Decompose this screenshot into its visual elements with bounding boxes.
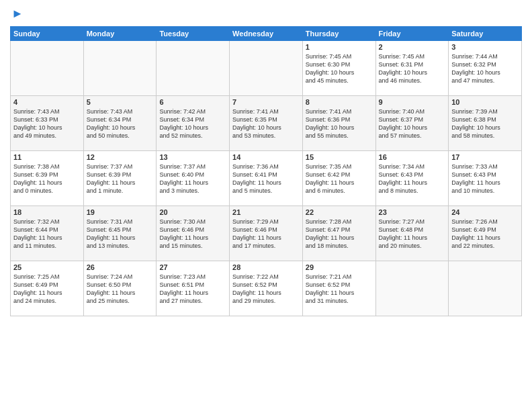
- day-info: Sunrise: 7:33 AM Sunset: 6:43 PM Dayligh…: [451, 163, 519, 195]
- day-number: 13: [159, 153, 226, 161]
- calendar-cell: 18Sunrise: 7:32 AM Sunset: 6:44 PM Dayli…: [11, 206, 84, 261]
- calendar-cell: [230, 41, 303, 96]
- calendar-cell: [11, 41, 84, 96]
- day-info: Sunrise: 7:44 AM Sunset: 6:32 PM Dayligh…: [451, 52, 519, 85]
- day-info: Sunrise: 7:42 AM Sunset: 6:34 PM Dayligh…: [159, 107, 226, 140]
- day-number: 25: [13, 263, 81, 271]
- calendar-cell: 26Sunrise: 7:24 AM Sunset: 6:50 PM Dayli…: [83, 261, 157, 316]
- day-number: 18: [13, 208, 81, 216]
- day-number: 14: [232, 153, 300, 161]
- day-info: Sunrise: 7:36 AM Sunset: 6:41 PM Dayligh…: [232, 163, 300, 195]
- day-info: Sunrise: 7:37 AM Sunset: 6:39 PM Dayligh…: [87, 163, 154, 195]
- day-number: 9: [379, 98, 446, 106]
- header: ►: [10, 7, 522, 21]
- day-number: 12: [87, 153, 154, 161]
- day-info: Sunrise: 7:45 AM Sunset: 6:31 PM Dayligh…: [379, 52, 446, 85]
- day-info: Sunrise: 7:39 AM Sunset: 6:38 PM Dayligh…: [451, 107, 519, 140]
- logo: ►: [10, 7, 24, 21]
- day-number: 7: [232, 98, 300, 106]
- calendar-cell: 12Sunrise: 7:37 AM Sunset: 6:39 PM Dayli…: [83, 151, 157, 206]
- day-info: Sunrise: 7:23 AM Sunset: 6:51 PM Dayligh…: [159, 273, 226, 306]
- calendar-cell: 9Sunrise: 7:40 AM Sunset: 6:37 PM Daylig…: [375, 96, 449, 151]
- day-number: 28: [232, 263, 300, 271]
- day-number: 3: [451, 43, 519, 51]
- week-row-5: 25Sunrise: 7:25 AM Sunset: 6:49 PM Dayli…: [11, 261, 522, 316]
- calendar-cell: 24Sunrise: 7:26 AM Sunset: 6:49 PM Dayli…: [449, 206, 522, 261]
- calendar-cell: 23Sunrise: 7:27 AM Sunset: 6:48 PM Dayli…: [375, 206, 449, 261]
- calendar-cell: 25Sunrise: 7:25 AM Sunset: 6:49 PM Dayli…: [11, 261, 84, 316]
- calendar-cell: 21Sunrise: 7:29 AM Sunset: 6:46 PM Dayli…: [230, 206, 303, 261]
- calendar-cell: [449, 261, 522, 316]
- calendar-cell: 13Sunrise: 7:37 AM Sunset: 6:40 PM Dayli…: [157, 151, 230, 206]
- day-number: 5: [87, 98, 154, 106]
- day-info: Sunrise: 7:32 AM Sunset: 6:44 PM Dayligh…: [13, 218, 81, 250]
- calendar-cell: 6Sunrise: 7:42 AM Sunset: 6:34 PM Daylig…: [157, 96, 230, 151]
- header-day-wednesday: Wednesday: [230, 27, 303, 41]
- day-info: Sunrise: 7:25 AM Sunset: 6:49 PM Dayligh…: [13, 273, 81, 306]
- day-info: Sunrise: 7:26 AM Sunset: 6:49 PM Dayligh…: [451, 218, 519, 250]
- day-number: 20: [159, 208, 226, 216]
- day-info: Sunrise: 7:21 AM Sunset: 6:52 PM Dayligh…: [306, 273, 373, 306]
- calendar-cell: 1Sunrise: 7:45 AM Sunset: 6:30 PM Daylig…: [302, 41, 375, 96]
- day-number: 8: [306, 98, 373, 106]
- header-day-thursday: Thursday: [302, 27, 375, 41]
- day-number: 15: [306, 153, 373, 161]
- day-number: 1: [306, 43, 373, 51]
- day-number: 22: [306, 208, 373, 216]
- calendar-cell: 19Sunrise: 7:31 AM Sunset: 6:45 PM Dayli…: [83, 206, 157, 261]
- day-info: Sunrise: 7:43 AM Sunset: 6:34 PM Dayligh…: [87, 107, 154, 140]
- day-number: 2: [379, 43, 446, 51]
- calendar-cell: 15Sunrise: 7:35 AM Sunset: 6:42 PM Dayli…: [302, 151, 375, 206]
- calendar-cell: 20Sunrise: 7:30 AM Sunset: 6:46 PM Dayli…: [157, 206, 230, 261]
- calendar-cell: 29Sunrise: 7:21 AM Sunset: 6:52 PM Dayli…: [302, 261, 375, 316]
- calendar-cell: 27Sunrise: 7:23 AM Sunset: 6:51 PM Dayli…: [157, 261, 230, 316]
- header-day-monday: Monday: [83, 27, 157, 41]
- day-info: Sunrise: 7:45 AM Sunset: 6:30 PM Dayligh…: [306, 52, 373, 85]
- calendar-cell: 5Sunrise: 7:43 AM Sunset: 6:34 PM Daylig…: [83, 96, 157, 151]
- calendar-table: SundayMondayTuesdayWednesdayThursdayFrid…: [10, 26, 522, 316]
- header-day-saturday: Saturday: [449, 27, 522, 41]
- calendar-cell: [157, 41, 230, 96]
- day-info: Sunrise: 7:24 AM Sunset: 6:50 PM Dayligh…: [87, 273, 154, 306]
- day-number: 6: [159, 98, 226, 106]
- day-number: 4: [13, 98, 81, 106]
- day-info: Sunrise: 7:37 AM Sunset: 6:40 PM Dayligh…: [159, 163, 226, 195]
- header-day-sunday: Sunday: [11, 27, 84, 41]
- day-info: Sunrise: 7:40 AM Sunset: 6:37 PM Dayligh…: [379, 107, 446, 140]
- calendar-cell: 7Sunrise: 7:41 AM Sunset: 6:35 PM Daylig…: [230, 96, 303, 151]
- calendar-cell: 22Sunrise: 7:28 AM Sunset: 6:47 PM Dayli…: [302, 206, 375, 261]
- week-row-3: 11Sunrise: 7:38 AM Sunset: 6:39 PM Dayli…: [11, 151, 522, 206]
- day-info: Sunrise: 7:34 AM Sunset: 6:43 PM Dayligh…: [379, 163, 446, 195]
- day-number: 10: [451, 98, 519, 106]
- day-info: Sunrise: 7:38 AM Sunset: 6:39 PM Dayligh…: [13, 163, 81, 195]
- calendar-cell: 17Sunrise: 7:33 AM Sunset: 6:43 PM Dayli…: [449, 151, 522, 206]
- day-number: 17: [451, 153, 519, 161]
- day-number: 27: [159, 263, 226, 271]
- day-number: 26: [87, 263, 154, 271]
- day-info: Sunrise: 7:31 AM Sunset: 6:45 PM Dayligh…: [87, 218, 154, 250]
- page: ► SundayMondayTuesdayWednesdayThursdayFr…: [0, 0, 532, 411]
- day-info: Sunrise: 7:27 AM Sunset: 6:48 PM Dayligh…: [379, 218, 446, 250]
- day-info: Sunrise: 7:28 AM Sunset: 6:47 PM Dayligh…: [306, 218, 373, 250]
- calendar-cell: 14Sunrise: 7:36 AM Sunset: 6:41 PM Dayli…: [230, 151, 303, 206]
- day-info: Sunrise: 7:30 AM Sunset: 6:46 PM Dayligh…: [159, 218, 226, 250]
- day-info: Sunrise: 7:41 AM Sunset: 6:36 PM Dayligh…: [306, 107, 373, 140]
- header-day-tuesday: Tuesday: [157, 27, 230, 41]
- calendar-cell: 10Sunrise: 7:39 AM Sunset: 6:38 PM Dayli…: [449, 96, 522, 151]
- day-info: Sunrise: 7:35 AM Sunset: 6:42 PM Dayligh…: [306, 163, 373, 195]
- week-row-4: 18Sunrise: 7:32 AM Sunset: 6:44 PM Dayli…: [11, 206, 522, 261]
- logo-bird-icon: ►: [11, 7, 24, 21]
- day-number: 19: [87, 208, 154, 216]
- header-day-friday: Friday: [375, 27, 449, 41]
- day-info: Sunrise: 7:22 AM Sunset: 6:52 PM Dayligh…: [232, 273, 300, 306]
- day-info: Sunrise: 7:29 AM Sunset: 6:46 PM Dayligh…: [232, 218, 300, 250]
- day-number: 16: [379, 153, 446, 161]
- day-number: 24: [451, 208, 519, 216]
- calendar-cell: 16Sunrise: 7:34 AM Sunset: 6:43 PM Dayli…: [375, 151, 449, 206]
- calendar-cell: [375, 261, 449, 316]
- week-row-1: 1Sunrise: 7:45 AM Sunset: 6:30 PM Daylig…: [11, 41, 522, 96]
- day-number: 29: [306, 263, 373, 271]
- day-number: 11: [13, 153, 81, 161]
- calendar-cell: [83, 41, 157, 96]
- calendar-cell: 2Sunrise: 7:45 AM Sunset: 6:31 PM Daylig…: [375, 41, 449, 96]
